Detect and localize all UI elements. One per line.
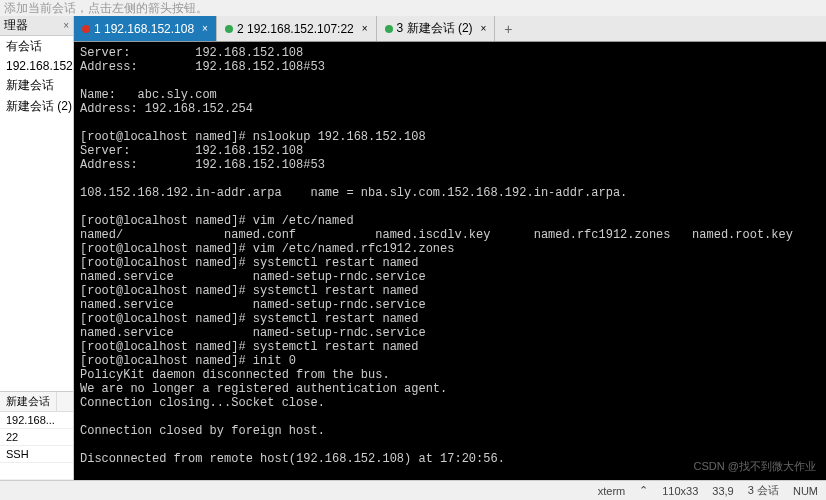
tab-session-3[interactable]: 3 新建会话 (2) × [377, 16, 496, 41]
main-area: 理器 × 有会话 192.168.152.10 新建会话 新建会话 (2) 新建… [0, 16, 826, 480]
add-tab-button[interactable]: + [495, 16, 521, 41]
status-dot-icon [385, 25, 393, 33]
session-tree: 有会话 192.168.152.10 新建会话 新建会话 (2) [0, 36, 73, 391]
table-header: 新建会话 [0, 392, 73, 412]
status-pos: 33,9 [712, 485, 733, 497]
close-icon[interactable]: × [362, 23, 368, 34]
status-size-marker: ⌃ [639, 484, 648, 497]
status-sessions: 3 会话 [748, 483, 779, 498]
tree-item[interactable]: 有会话 [0, 36, 73, 57]
tree-item[interactable]: 新建会话 [0, 75, 73, 96]
tab-label: 1 192.168.152.108 [94, 22, 194, 36]
sidebar-header: 理器 × [0, 16, 73, 36]
tab-session-2[interactable]: 2 192.168.152.107:22 × [217, 16, 377, 41]
sidebar: 理器 × 有会话 192.168.152.10 新建会话 新建会话 (2) 新建… [0, 16, 74, 480]
status-numlock: NUM [793, 485, 818, 497]
status-term: xterm [598, 485, 626, 497]
status-size: 110x33 [662, 485, 698, 497]
sidebar-title: 理器 [4, 17, 28, 34]
content-area: 1 192.168.152.108 × 2 192.168.152.107:22… [74, 16, 826, 480]
close-icon[interactable]: × [481, 23, 487, 34]
tree-item[interactable]: 192.168.152.10 [0, 57, 73, 75]
tabs-bar: 1 192.168.152.108 × 2 192.168.152.107:22… [74, 16, 826, 42]
table-row[interactable]: 192.168... [0, 412, 73, 429]
tab-session-1[interactable]: 1 192.168.152.108 × [74, 16, 217, 41]
tab-label: 2 192.168.152.107:22 [237, 22, 354, 36]
status-bar: xterm ⌃ 110x33 33,9 3 会话 NUM [0, 480, 826, 500]
table-row [0, 463, 73, 480]
status-dot-icon [225, 25, 233, 33]
status-dot-icon [82, 25, 90, 33]
col-name: 新建会话 [0, 392, 57, 411]
tree-item[interactable]: 新建会话 (2) [0, 96, 73, 117]
tab-label: 3 新建会话 (2) [397, 20, 473, 37]
close-icon[interactable]: × [202, 23, 208, 34]
terminal-output[interactable]: Server: 192.168.152.108 Address: 192.168… [74, 42, 826, 480]
table-row[interactable]: SSH [0, 446, 73, 463]
table-row[interactable]: 22 [0, 429, 73, 446]
session-properties: 新建会话 192.168... 22 SSH [0, 391, 73, 480]
close-icon[interactable]: × [63, 20, 69, 31]
hint-text: 添加当前会话，点击左侧的箭头按钮。 [0, 0, 826, 16]
watermark: CSDN @找不到微大作业 [694, 459, 816, 474]
